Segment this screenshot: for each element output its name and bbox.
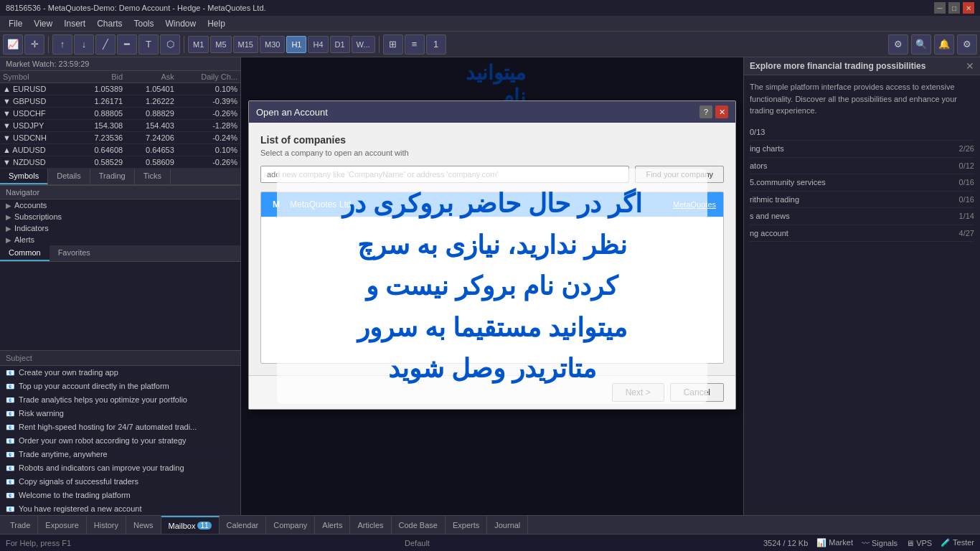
right-panel: Explore more financial trading possibili… <box>743 57 980 515</box>
modal-close-btn[interactable]: ✕ <box>715 105 728 118</box>
hline-btn[interactable]: ━ <box>117 34 137 55</box>
tab-experts[interactable]: Experts <box>446 516 487 534</box>
tab-articles[interactable]: Articles <box>350 516 391 534</box>
tab-history[interactable]: History <box>87 516 126 534</box>
nav-alerts[interactable]: ▶ Alerts <box>0 234 240 245</box>
tf-m5[interactable]: M5 <box>210 36 231 53</box>
main-layout: Market Watch: 23:59:29 Symbol Bid Ask Da… <box>0 57 980 515</box>
menu-insert[interactable]: Insert <box>58 17 91 30</box>
next-button[interactable]: Next > <box>612 383 664 402</box>
tab-alerts[interactable]: Alerts <box>315 516 350 534</box>
market-watch-row[interactable]: ▼ NZDUSD 0.58529 0.58609 -0.26% <box>0 156 240 169</box>
company-list-item[interactable]: M MetaQuotes Ltd. MetaQuotes <box>261 192 723 217</box>
inbox-item[interactable]: 📧You have registered a new account <box>0 502 240 515</box>
status-default: Default <box>405 539 430 547</box>
menu-help[interactable]: Help <box>202 17 231 30</box>
crosshair-btn[interactable]: ✛ <box>24 34 44 55</box>
settings-btn[interactable]: ⚙ <box>957 34 977 55</box>
minimize-button[interactable]: ─ <box>934 2 946 14</box>
tf-d1[interactable]: D1 <box>330 36 350 53</box>
inbox-item[interactable]: 📧Create your own trading app <box>0 366 240 380</box>
change-cell: 0.10% <box>177 144 240 156</box>
find-company-button[interactable]: Find your company <box>635 166 724 183</box>
inbox-item[interactable]: 📧Welcome to the trading platform <box>0 489 240 502</box>
menu-window[interactable]: Window <box>160 17 202 30</box>
market-watch-row[interactable]: ▲ EURUSD 1.05389 1.05401 0.10% <box>0 83 240 95</box>
tf-h1[interactable]: H1 <box>286 36 306 53</box>
change-cell: 0.10% <box>177 83 240 95</box>
inbox-icon: 📧 <box>6 396 14 404</box>
market-watch-row[interactable]: ▼ USDCNH 7.23536 7.24206 -0.24% <box>0 132 240 144</box>
rp-count-ators: 0/12 <box>959 160 974 172</box>
inbox-item[interactable]: 📧Rent high-speed hosting for 24/7 automa… <box>0 420 240 434</box>
inbox-item[interactable]: 📧Trade analytics helps you optimize your… <box>0 393 240 407</box>
status-bar: For Help, press F1 Default 3524 / 12 Kb … <box>0 534 980 551</box>
zoom-in-btn[interactable]: ↑ <box>52 34 72 55</box>
tab-trade[interactable]: Trade <box>3 516 38 534</box>
tf-m30[interactable]: M30 <box>260 36 285 53</box>
tf-w[interactable]: W... <box>352 36 375 53</box>
modal-help-btn[interactable]: ? <box>699 105 712 118</box>
navigator-btn[interactable]: ≡ <box>405 34 425 55</box>
inbox-item[interactable]: 📧Robots and indicators can improve your … <box>0 461 240 475</box>
tab-calendar[interactable]: Calendar <box>220 516 267 534</box>
new-chart-btn[interactable]: 📈 <box>3 34 23 55</box>
inbox-item[interactable]: 📧Risk warning <box>0 407 240 420</box>
nav-indicators[interactable]: ▶ Indicators <box>0 222 240 234</box>
menu-tools[interactable]: Tools <box>128 17 160 30</box>
menu-view[interactable]: View <box>28 17 58 30</box>
tab-details[interactable]: Details <box>48 169 90 184</box>
right-panel-content: The simple platform interface provides a… <box>744 75 980 515</box>
tab-symbols[interactable]: Symbols <box>0 169 48 184</box>
line-btn[interactable]: ╱ <box>95 34 116 55</box>
one-click-btn[interactable]: 1 <box>426 34 446 55</box>
ask-cell: 7.24206 <box>126 132 177 144</box>
indicators-btn[interactable]: ⊞ <box>383 34 403 55</box>
company-search-input[interactable] <box>260 166 629 183</box>
tab-journal[interactable]: Journal <box>487 516 528 534</box>
alert-btn[interactable]: 🔔 <box>934 34 954 55</box>
symbol-cell: ▼ NZDUSD <box>0 156 75 169</box>
nav-tab-common[interactable]: Common <box>0 245 50 261</box>
market-watch: Market Watch: 23:59:29 Symbol Bid Ask Da… <box>0 57 240 185</box>
tab-trading[interactable]: Trading <box>90 169 135 184</box>
tf-m1[interactable]: M1 <box>188 36 209 53</box>
tf-h4[interactable]: H4 <box>308 36 328 53</box>
inbox-icon: 📧 <box>6 382 14 390</box>
inbox-item[interactable]: 📧Order your own robot according to your … <box>0 434 240 448</box>
market-watch-row[interactable]: ▼ USDJPY 154.308 154.403 -1.28% <box>0 120 240 132</box>
text-btn[interactable]: T <box>138 34 159 55</box>
center-area: در این قسمت میتوانید نام بروکر را تایپ ک… <box>241 57 743 515</box>
tab-news[interactable]: News <box>126 516 161 534</box>
menu-charts[interactable]: Charts <box>91 17 128 30</box>
maximize-button[interactable]: □ <box>948 2 960 14</box>
tab-company[interactable]: Company <box>266 516 315 534</box>
menu-file[interactable]: File <box>3 17 28 30</box>
col-symbol: Symbol <box>0 71 75 83</box>
tf-m15[interactable]: M15 <box>233 36 258 53</box>
right-panel-close[interactable]: ✕ <box>966 60 974 72</box>
algo-btn[interactable]: ⚙ <box>888 34 908 55</box>
nav-accounts[interactable]: ▶ Accounts <box>0 199 240 211</box>
status-market: 📊 Market <box>816 538 853 547</box>
tab-mailbox[interactable]: Mailbox11 <box>161 516 220 534</box>
cancel-button[interactable]: Cancel <box>670 383 724 402</box>
close-button[interactable]: ✕ <box>963 2 974 14</box>
shapes-btn[interactable]: ⬡ <box>160 34 180 55</box>
tab-codebase[interactable]: Code Base <box>392 516 446 534</box>
search-toolbar-btn[interactable]: 🔍 <box>911 34 931 55</box>
inbox-item[interactable]: 📧Trade anytime, anywhere <box>0 448 240 461</box>
nav-subscriptions[interactable]: ▶ Subscriptions <box>0 211 240 222</box>
nav-tab-favorites[interactable]: Favorites <box>50 245 99 261</box>
zoom-out-btn[interactable]: ↓ <box>74 34 94 55</box>
market-watch-row[interactable]: ▼ GBPUSD 1.26171 1.26222 -0.39% <box>0 95 240 108</box>
market-watch-row[interactable]: ▼ USDCHF 0.88805 0.88829 -0.26% <box>0 108 240 120</box>
modal-list-title: List of companies <box>260 134 724 146</box>
tab-ticks[interactable]: Ticks <box>135 169 171 184</box>
inbox-item[interactable]: 📧Top up your account directly in the pla… <box>0 380 240 393</box>
market-watch-row[interactable]: ▲ AUDUSD 0.64608 0.64653 0.10% <box>0 144 240 156</box>
company-link[interactable]: MetaQuotes <box>673 200 716 209</box>
ask-cell: 1.26222 <box>126 95 177 108</box>
inbox-item[interactable]: 📧Copy signals of successful traders <box>0 475 240 489</box>
tab-exposure[interactable]: Exposure <box>38 516 86 534</box>
